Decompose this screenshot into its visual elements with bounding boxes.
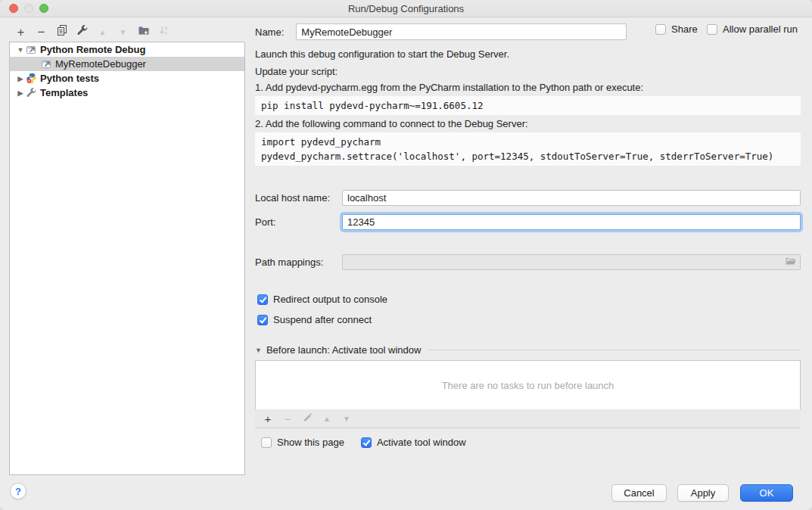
redirect-output-option: Redirect output to console: [257, 294, 387, 305]
copy-icon: [56, 24, 68, 40]
traffic-lights: [9, 4, 48, 13]
tree-item-templates[interactable]: ▶ Templates: [10, 86, 244, 100]
path-mappings-row: Path mappings:: [255, 254, 801, 270]
pencil-icon: [302, 412, 313, 425]
chevron-expanded-icon[interactable]: ▼: [255, 347, 262, 354]
local-host-label: Local host name:: [255, 192, 342, 204]
chevron-expanded-icon[interactable]: ▼: [16, 46, 25, 54]
before-launch-header[interactable]: ▼ Before launch: Activate tool window: [255, 344, 801, 356]
share-option: Share: [655, 23, 698, 35]
move-task-up-button: ▲: [317, 411, 337, 426]
tree-item-label: MyRemoteDebugger: [55, 58, 146, 70]
arrow-up-icon: ▲: [99, 28, 107, 36]
plus-icon: +: [265, 412, 272, 425]
allow-parallel-run-label: Allow parallel run: [723, 23, 798, 35]
cancel-button[interactable]: Cancel: [611, 484, 667, 502]
folder-icon[interactable]: [785, 255, 797, 269]
settrace-code-block: import pydevd_pycharm pydevd_pycharm.set…: [255, 132, 801, 166]
port-row: Port:: [255, 214, 801, 230]
svg-text:z: z: [164, 30, 166, 35]
new-folder-icon: [138, 24, 150, 40]
path-mappings-label: Path mappings:: [255, 257, 342, 268]
ok-button[interactable]: OK: [740, 484, 793, 502]
path-mappings-field[interactable]: [342, 254, 801, 270]
tree-item-python-tests[interactable]: ▶ Python tests: [10, 71, 244, 86]
before-launch-title: Before launch: Activate tool window: [266, 344, 422, 356]
minimize-button: [24, 4, 33, 13]
chevron-collapsed-icon[interactable]: ▶: [16, 89, 25, 97]
move-task-down-button: ▼: [337, 411, 356, 426]
tree-item-label: Python tests: [40, 73, 99, 84]
remove-task-button: −: [278, 411, 297, 426]
configuration-form: Name: Share Allow parallel run Launch th…: [255, 0, 801, 510]
apply-label: Apply: [691, 487, 716, 499]
redirect-output-label: Redirect output to console: [273, 294, 387, 305]
sort-az-icon: az: [158, 24, 170, 40]
allow-parallel-run-checkbox[interactable]: [707, 24, 717, 35]
port-input[interactable]: [342, 214, 801, 230]
pip-install-code-block: pip install pydevd-pycharm~=191.6605.12: [255, 96, 801, 115]
remote-debug-config-icon: [25, 44, 37, 56]
run-debug-configurations-dialog: Run/Debug Configurations + − ▲ ▼: [0, 0, 812, 510]
tree-item-label: Templates: [40, 87, 88, 98]
add-configuration-button[interactable]: +: [11, 23, 31, 40]
edit-defaults-button[interactable]: [72, 23, 92, 40]
minus-icon: −: [38, 26, 45, 39]
name-input[interactable]: [296, 23, 627, 40]
question-mark-icon: ?: [15, 486, 21, 497]
port-label: Port:: [255, 216, 342, 228]
section-divider: [428, 350, 801, 350]
code-line: pydevd_pycharm.settrace('localhost', por…: [261, 149, 795, 163]
copy-configuration-button[interactable]: [51, 23, 72, 40]
remove-configuration-button[interactable]: −: [31, 23, 51, 40]
allow-parallel-option: Allow parallel run: [707, 23, 798, 35]
name-label: Name:: [255, 26, 284, 38]
new-folder-button[interactable]: [133, 23, 154, 40]
activate-tool-window-label: Activate tool window: [377, 437, 466, 448]
bottom-options-row: Show this page Activate tool window: [261, 437, 466, 448]
arrow-up-icon: ▲: [323, 415, 331, 423]
python-tests-icon: [25, 73, 37, 85]
tree-item-python-remote-debug[interactable]: ▼ Python Remote Debug: [10, 42, 244, 57]
wrench-icon: [76, 24, 89, 40]
share-label: Share: [671, 23, 698, 35]
local-host-row: Local host name:: [255, 190, 801, 206]
chevron-collapsed-icon[interactable]: ▶: [16, 75, 25, 82]
close-button[interactable]: [9, 4, 18, 13]
before-launch-task-list[interactable]: There are no tasks to run before launch: [255, 360, 801, 410]
configurations-tree: ▼ Python Remote Debug MyRemoteDebugger ▶…: [9, 42, 245, 475]
step2-text: 2. Add the following command to connect …: [255, 118, 528, 129]
add-task-button[interactable]: +: [258, 411, 278, 426]
step1-text: 1. Add pydevd-pycharm.egg from the PyCha…: [255, 82, 643, 93]
ok-label: OK: [760, 487, 774, 499]
plus-icon: +: [17, 26, 25, 39]
sort-configurations-button: az: [154, 23, 174, 40]
configurations-toolbar: + − ▲ ▼ az: [11, 23, 174, 41]
show-this-page-label: Show this page: [277, 437, 344, 448]
share-checkbox[interactable]: [655, 24, 666, 35]
suspend-after-connect-option: Suspend after connect: [257, 314, 372, 325]
templates-wrench-icon: [25, 87, 37, 99]
suspend-after-connect-label: Suspend after connect: [273, 314, 372, 325]
local-host-input[interactable]: [342, 190, 801, 206]
empty-tasks-text: There are no tasks to run before launch: [442, 380, 614, 391]
zoom-button[interactable]: [39, 4, 48, 13]
update-script-text: Update your script:: [255, 66, 338, 77]
show-this-page-checkbox[interactable]: [261, 437, 272, 448]
apply-button[interactable]: Apply: [677, 484, 729, 502]
tree-item-myremotedebugger[interactable]: MyRemoteDebugger: [10, 57, 244, 71]
code-line: import pydevd_pycharm: [261, 135, 795, 149]
help-button[interactable]: ?: [10, 483, 26, 499]
tree-item-label: Python Remote Debug: [40, 44, 145, 55]
minus-icon: −: [285, 412, 291, 425]
remote-debug-config-icon: [40, 58, 52, 70]
move-down-button: ▼: [113, 23, 133, 40]
cancel-label: Cancel: [624, 487, 654, 499]
suspend-after-connect-checkbox[interactable]: [257, 315, 268, 325]
arrow-down-icon: ▼: [120, 28, 127, 36]
intro-text: Launch this debug configuration to start…: [255, 48, 509, 60]
activate-tool-window-checkbox[interactable]: [361, 437, 372, 448]
task-list-toolbar: + − ▲ ▼: [255, 409, 801, 428]
code-line: pip install pydevd-pycharm~=191.6605.12: [261, 98, 795, 113]
redirect-output-checkbox[interactable]: [257, 294, 268, 305]
